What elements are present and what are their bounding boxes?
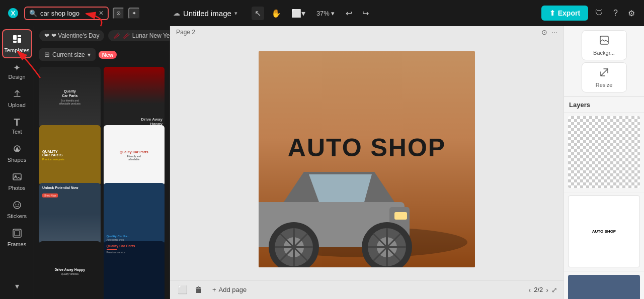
svg-point-7 bbox=[14, 202, 21, 209]
page-label: Page 2 bbox=[176, 29, 195, 36]
svg-rect-11 bbox=[15, 231, 20, 236]
search-icon: 🔍 bbox=[29, 10, 37, 17]
search-box[interactable]: 🔍 ✕ bbox=[24, 7, 109, 20]
delete-page-button[interactable]: 🗑 bbox=[193, 284, 204, 296]
fullscreen-button[interactable]: ⤢ bbox=[551, 286, 557, 294]
current-size-filter[interactable]: ⊞ Current size ▾ bbox=[39, 48, 96, 61]
shapes-icon bbox=[12, 144, 22, 155]
layer-thumbnail bbox=[568, 116, 640, 188]
toolbar-tools: ↖ ✋ ⬜▾ 37% ▾ ↩ ↪ bbox=[252, 7, 372, 20]
cloud-icon: ☁ bbox=[173, 9, 180, 17]
redo-button[interactable]: ↪ bbox=[359, 7, 372, 20]
text-tool-icon: T bbox=[14, 117, 20, 127]
search-input[interactable] bbox=[40, 10, 96, 17]
layers-title: Layers bbox=[564, 97, 644, 113]
prev-page-button[interactable]: ‹ bbox=[529, 286, 531, 294]
help-button[interactable]: ? bbox=[610, 7, 621, 20]
template-card[interactable]: Quality Car Parts Premium service bbox=[104, 241, 165, 300]
sidebar-item-stickers[interactable]: Stickers bbox=[2, 196, 32, 223]
sidebar-item-frames[interactable]: Frames bbox=[2, 224, 32, 251]
layer-item[interactable]: AUTO SHOP bbox=[564, 192, 644, 272]
sidebar-item-shapes[interactable]: Shapes bbox=[2, 140, 32, 167]
upload-icon bbox=[12, 89, 22, 101]
valentines-tag[interactable]: ❤ ❤ Valentine's Day bbox=[39, 30, 104, 41]
sidebar-item-text[interactable]: T Text bbox=[2, 113, 32, 139]
filter-chevron: ▾ bbox=[88, 51, 91, 58]
undo-button[interactable]: ↩ bbox=[343, 7, 355, 20]
app-logo[interactable] bbox=[6, 6, 20, 20]
frame-tool-button[interactable]: ⬜▾ bbox=[288, 7, 308, 20]
template-card[interactable]: Drive AwayHappy bbox=[104, 67, 165, 128]
hand-tool-button[interactable]: ✋ bbox=[268, 7, 284, 20]
templates-panel: ❤ ❤ Valentine's Day 🥢 🥢 Lunar New Ye... … bbox=[34, 26, 170, 299]
canvas-wrapper[interactable]: AUTO SHOP bbox=[170, 38, 564, 280]
layer-item[interactable] bbox=[564, 113, 644, 192]
design-label: Design bbox=[8, 74, 25, 80]
design-icon: ✦ bbox=[13, 63, 21, 72]
more-icon: ▾ bbox=[15, 281, 19, 291]
zoom-level: 37% bbox=[316, 10, 330, 17]
canvas-image-icon[interactable]: ⊙ bbox=[541, 28, 547, 36]
export-button[interactable]: ⬆ Export bbox=[541, 6, 588, 21]
add-page-button[interactable]: + Add page bbox=[208, 284, 251, 295]
resize-label: Resize bbox=[596, 82, 613, 88]
layer-item[interactable] bbox=[564, 272, 644, 299]
resize-tool-button[interactable]: Resize bbox=[582, 62, 627, 92]
svg-rect-30 bbox=[394, 212, 407, 220]
canvas-topbar: Page 2 ⊙ ··· bbox=[170, 26, 564, 38]
frames-icon bbox=[12, 228, 22, 240]
background-label: Backgr... bbox=[593, 50, 615, 56]
template-card[interactable]: QUALITYCAR PARTS Premium auto parts bbox=[39, 125, 101, 186]
zoom-control[interactable]: 37% ▾ bbox=[312, 8, 339, 19]
select-tool-button[interactable]: ↖ bbox=[252, 7, 264, 20]
lunar-newyear-tag[interactable]: 🥢 🥢 Lunar New Ye... bbox=[108, 30, 170, 41]
upload-label: Upload bbox=[8, 102, 26, 108]
sidebar-item-upload[interactable]: Upload bbox=[2, 85, 32, 112]
right-panel: Backgr... Resize Layers bbox=[564, 26, 644, 299]
template-card[interactable]: Quality Car Parts Friendly andaffordable bbox=[104, 125, 165, 186]
svg-point-8 bbox=[15, 204, 16, 205]
frames-label: Frames bbox=[8, 241, 26, 247]
templates-label: Templates bbox=[4, 47, 29, 53]
image-search-button[interactable]: ⊙ bbox=[113, 8, 124, 19]
shield-icon-button[interactable]: 🛡 bbox=[592, 7, 606, 20]
topbar-right: ⬆ Export 🛡 ? ⚙ bbox=[541, 6, 638, 21]
duplicate-page-button[interactable]: ⬜ bbox=[176, 283, 189, 296]
resize-icon bbox=[599, 67, 610, 80]
layer-thumbnail: AUTO SHOP bbox=[568, 195, 640, 267]
more-items-button[interactable]: ▾ bbox=[2, 277, 32, 295]
templates-grid: QualityCar Parts Eco friendly andafforda… bbox=[34, 64, 170, 299]
settings-button[interactable]: ⚙ bbox=[625, 7, 638, 20]
canvas-bottom: ⬜ 🗑 + Add page ‹ 2/2 › ⤢ bbox=[170, 280, 564, 299]
template-card[interactable]: Unlock Potential Now Shop Now bbox=[39, 183, 101, 244]
template-card[interactable]: Drive Away Happy Quality vehicles bbox=[39, 241, 101, 300]
layer-thumbnail bbox=[568, 275, 640, 299]
filter-bar: ⊞ Current size ▾ New bbox=[34, 45, 170, 64]
canvas-more-icon[interactable]: ··· bbox=[551, 28, 557, 36]
chopsticks-icon: 🥢 bbox=[113, 32, 121, 39]
shapes-label: Shapes bbox=[8, 157, 26, 163]
new-badge: New bbox=[99, 51, 117, 59]
sidebar-item-design[interactable]: ✦ Design bbox=[2, 59, 32, 84]
template-card[interactable]: QualityCar Parts Eco friendly andafforda… bbox=[39, 67, 101, 128]
canvas-area: Page 2 ⊙ ··· bbox=[170, 26, 564, 299]
next-page-button[interactable]: › bbox=[546, 286, 548, 294]
background-tool-button[interactable]: Backgr... bbox=[582, 30, 627, 60]
templates-icon bbox=[12, 34, 22, 46]
stickers-icon bbox=[12, 200, 22, 212]
canvas-document[interactable]: AUTO SHOP bbox=[259, 51, 475, 267]
stickers-label: Stickers bbox=[7, 213, 27, 219]
document-title-area: ☁ Untitled image ▾ bbox=[173, 9, 237, 18]
photos-label: Photos bbox=[8, 185, 25, 191]
sidebar-item-templates[interactable]: Templates bbox=[2, 29, 32, 58]
svg-point-9 bbox=[18, 204, 19, 205]
background-icon bbox=[599, 35, 610, 48]
sidebar-item-photos[interactable]: Photos bbox=[2, 168, 32, 195]
search-clear-icon[interactable]: ✕ bbox=[99, 10, 104, 17]
svg-rect-31 bbox=[600, 36, 608, 44]
svg-rect-1 bbox=[18, 35, 21, 37]
doc-title-chevron[interactable]: ▾ bbox=[234, 10, 237, 17]
magic-search-button[interactable]: ✦ bbox=[128, 8, 140, 19]
template-card[interactable]: Quality Car Pa... Auto parts shop bbox=[104, 183, 165, 244]
page-navigation: ‹ 2/2 › ⤢ bbox=[529, 286, 557, 294]
